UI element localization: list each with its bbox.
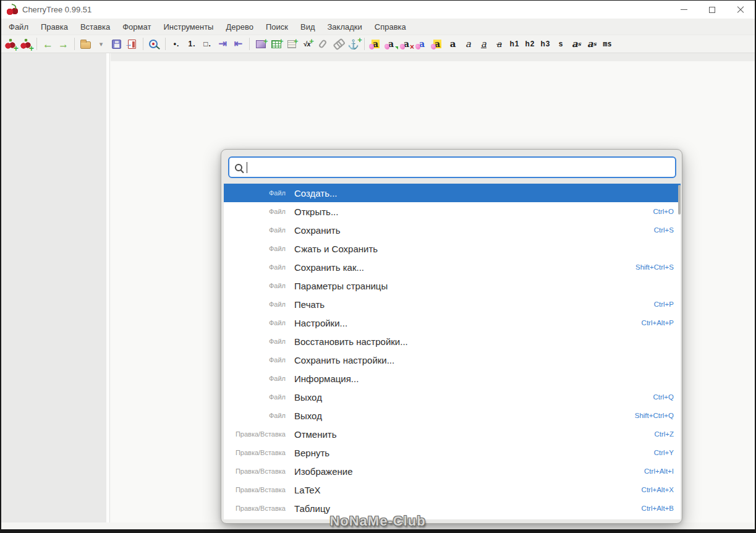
- color-background-icon: a: [433, 40, 441, 48]
- list-scrollbar-thumb[interactable]: [678, 185, 681, 215]
- bullet-list-button[interactable]: •.: [169, 36, 184, 52]
- minimize-button[interactable]: [669, 1, 698, 19]
- strikethrough-icon: a: [496, 40, 501, 48]
- palette-row[interactable]: ФайлСохранить как...Shift+Ctrl+S: [224, 258, 681, 276]
- insert-image-button[interactable]: [253, 36, 268, 52]
- menu-tools[interactable]: Инструменты: [157, 20, 219, 34]
- underline-button[interactable]: a: [476, 36, 491, 52]
- format-clear-button[interactable]: a: [399, 36, 414, 52]
- palette-row[interactable]: Правка/ВставкаLaTeXCtrl+Alt+X: [224, 480, 681, 499]
- insert-latex-button[interactable]: √x: [299, 36, 315, 52]
- save-button[interactable]: [109, 36, 124, 52]
- palette-row[interactable]: ФайлНастройки...Ctrl+Alt+P: [224, 313, 681, 332]
- window-title: CherryTree 0.99.51: [22, 5, 91, 14]
- menu-bookmarks[interactable]: Закладки: [321, 20, 368, 34]
- numbered-list-button[interactable]: 1.: [184, 36, 200, 52]
- open-recent-icon: ▾: [100, 41, 103, 48]
- insert-table-button[interactable]: [268, 36, 284, 52]
- palette-row-shortcut: Ctrl+Alt+B: [642, 505, 681, 512]
- indent-more-icon: ⇥: [219, 39, 227, 49]
- color-foreground-button[interactable]: a: [414, 36, 430, 52]
- open-file-button[interactable]: [78, 36, 93, 52]
- menu-format[interactable]: Формат: [116, 20, 157, 34]
- new-node-button[interactable]: [2, 36, 18, 52]
- palette-row[interactable]: ФайлИнформация...: [224, 369, 681, 388]
- todo-list-button[interactable]: □.: [200, 36, 215, 52]
- superscript-button[interactable]: a: [569, 36, 584, 52]
- menu-tree[interactable]: Дерево: [219, 20, 259, 34]
- palette-row[interactable]: ФайлСоздать...: [224, 184, 681, 202]
- indent-less-button[interactable]: ⇤: [231, 36, 246, 52]
- format-clear-icon: a: [402, 40, 410, 48]
- palette-row[interactable]: ФайлВосстановить настройки...: [224, 332, 681, 351]
- palette-row-category: Файл: [224, 375, 286, 382]
- save-as-button[interactable]: [124, 36, 140, 52]
- insert-anchor-button[interactable]: ⚓: [346, 36, 361, 52]
- screen: CherryTree 0.99.51 ФайлПравкаВставкаФорм…: [0, 0, 756, 533]
- palette-row[interactable]: ФайлСжать и Сохранить: [224, 239, 681, 258]
- format-apply-button[interactable]: a: [383, 36, 399, 52]
- palette-row[interactable]: Правка/ВставкаИзображениеCtrl+Alt+I: [224, 462, 681, 480]
- editor-top-strip: [111, 53, 755, 61]
- palette-row-shortcut: Ctrl+Alt+P: [642, 319, 681, 326]
- palette-row[interactable]: ФайлСохранитьCtrl+S: [224, 221, 681, 239]
- menu-file[interactable]: Файл: [2, 20, 35, 34]
- new-subnode-button[interactable]: [18, 36, 33, 52]
- underline-icon: a: [481, 40, 486, 49]
- palette-row[interactable]: Правка/ВставкаОтменитьCtrl+Z: [224, 425, 681, 443]
- palette-row-category: Файл: [224, 226, 286, 234]
- find-node-button[interactable]: [147, 36, 162, 52]
- palette-row-category: Правка/Вставка: [224, 449, 286, 456]
- small-text-button[interactable]: s: [553, 36, 569, 52]
- color-background-button[interactable]: a: [430, 36, 445, 52]
- insert-codebox-button[interactable]: [284, 36, 299, 52]
- toolbar-separator: [74, 38, 75, 50]
- go-forward-button[interactable]: →: [56, 36, 71, 52]
- palette-row[interactable]: ФайлОткрыть...Ctrl+O: [224, 202, 681, 221]
- heading-2-icon: h2: [525, 40, 535, 48]
- menu-search[interactable]: Поиск: [260, 20, 294, 34]
- palette-row[interactable]: ФайлВыходCtrl+Q: [224, 388, 681, 406]
- monospace-button[interactable]: ms: [600, 36, 615, 52]
- palette-row-label: Настройки...: [286, 318, 642, 328]
- close-button[interactable]: [726, 1, 755, 19]
- menu-view[interactable]: Вид: [294, 20, 321, 34]
- palette-row[interactable]: ФайлПараметры страницы: [224, 276, 681, 295]
- indent-more-button[interactable]: ⇥: [215, 36, 231, 52]
- command-palette-dialog: ФайлСоздать...ФайлОткрыть...Ctrl+OФайлСо…: [221, 149, 682, 524]
- menu-edit[interactable]: Правка: [35, 20, 74, 34]
- palette-row[interactable]: ФайлПечатьCtrl+P: [224, 295, 681, 313]
- watermark: NoNaMe-Club: [329, 513, 425, 529]
- menu-help[interactable]: Справка: [368, 20, 412, 34]
- strikethrough-button[interactable]: a: [491, 36, 507, 52]
- palette-row[interactable]: ФайлВыходShift+Ctrl+Q: [224, 406, 681, 425]
- palette-row[interactable]: Правка/ВставкаТаблицуCtrl+Alt+B: [224, 499, 681, 518]
- heading-3-button[interactable]: h3: [538, 36, 553, 52]
- attach-file-button[interactable]: [315, 36, 330, 52]
- subscript-button[interactable]: a: [584, 36, 600, 52]
- small-text-icon: s: [559, 40, 564, 48]
- heading-3-icon: h3: [540, 40, 550, 48]
- panel-divider[interactable]: [106, 53, 110, 522]
- palette-row[interactable]: Правка/ВставкаВернутьCtrl+Y: [224, 443, 681, 462]
- maximize-button[interactable]: [698, 1, 726, 19]
- go-back-button[interactable]: ←: [40, 36, 56, 52]
- palette-row-label: Восстановить настройки...: [286, 336, 674, 347]
- palette-row[interactable]: ФайлСохранить настройки...: [224, 351, 681, 369]
- format-latest-button[interactable]: a: [368, 36, 383, 52]
- heading-1-button[interactable]: h1: [507, 36, 522, 52]
- toolbar-separator: [249, 38, 250, 50]
- insert-image-icon: [256, 40, 266, 48]
- bold-button[interactable]: a: [445, 36, 461, 52]
- palette-search-input[interactable]: [247, 158, 675, 177]
- insert-link-button[interactable]: [330, 36, 346, 52]
- palette-row-shortcut: Shift+Ctrl+S: [635, 263, 681, 271]
- menu-insert[interactable]: Вставка: [74, 20, 116, 34]
- node-tree-panel[interactable]: [1, 53, 106, 522]
- new-node-icon: [4, 38, 16, 50]
- maximize-icon: [709, 7, 715, 13]
- italic-button[interactable]: a: [461, 36, 476, 52]
- indent-less-icon: ⇤: [234, 39, 242, 49]
- open-recent-button[interactable]: ▾: [93, 36, 109, 52]
- heading-2-button[interactable]: h2: [522, 36, 538, 52]
